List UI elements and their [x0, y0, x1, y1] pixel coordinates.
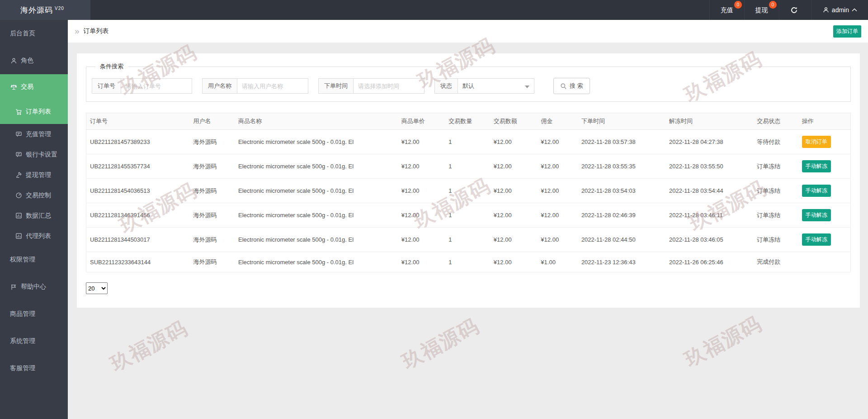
- sidebar-item-home[interactable]: 后台首页: [0, 20, 68, 47]
- cell-action: 手动解冻: [798, 228, 851, 252]
- cell-order-no: UB2211281455357734: [86, 154, 190, 179]
- sidebar-item-bank-card[interactable]: 银行卡设置: [0, 144, 68, 165]
- order-no-group: 订单号: [92, 78, 192, 94]
- order-no-label: 订单号: [92, 78, 121, 94]
- user-name-input[interactable]: [237, 78, 308, 94]
- sidebar-item-data-summary[interactable]: 数据汇总: [0, 205, 68, 226]
- cell-qty: 1: [445, 154, 490, 179]
- cell-amount: ¥12.00: [490, 179, 538, 203]
- order-no-input[interactable]: [121, 78, 192, 94]
- order-time-label: 下单时间: [318, 78, 353, 94]
- chart-icon: [15, 212, 22, 219]
- cell-unfreeze-time: 2022-11-28 03:55:50: [665, 154, 753, 179]
- cell-action: 手动解冻: [798, 179, 851, 203]
- user-menu[interactable]: admin: [811, 0, 868, 20]
- cell-status: 订单冻结: [753, 203, 798, 228]
- table-row: UB2211281344503017海外源码Electronic microme…: [86, 228, 851, 252]
- sidebar-item-order-list[interactable]: 订单列表: [0, 100, 68, 124]
- sidebar-item-label: 银行卡设置: [26, 151, 57, 159]
- sidebar-item-trade-control[interactable]: 交易控制: [0, 185, 68, 205]
- cell-commission: ¥1.00: [537, 252, 578, 272]
- add-order-button[interactable]: 添加订单: [833, 25, 861, 38]
- manual-unfreeze-button[interactable]: 手动解冻: [802, 185, 831, 197]
- watermark: 玖福源码: [680, 310, 766, 373]
- cell-amount: ¥12.00: [490, 154, 538, 179]
- chart-icon: [15, 233, 22, 240]
- cell-price: ¥12.00: [398, 130, 445, 154]
- cell-commission: ¥12.00: [537, 179, 578, 203]
- user-icon: [823, 7, 829, 13]
- cell-action: 取消订单: [798, 130, 851, 154]
- scales-icon: [10, 83, 17, 90]
- status-select[interactable]: 默认: [458, 78, 534, 94]
- content: 条件搜索 订单号 用户名称 下单时间 状态: [68, 43, 868, 308]
- sidebar-item-agent-list[interactable]: 代理列表: [0, 226, 68, 246]
- sidebar-item-label: 交易: [21, 83, 33, 91]
- sidebar-item-label: 交易控制: [26, 191, 51, 200]
- app-version: V20: [55, 6, 64, 11]
- user-name-group: 用户名称: [202, 78, 308, 94]
- order-time-input[interactable]: [353, 78, 425, 94]
- column-header: 交易状态: [753, 113, 798, 130]
- sidebar-item-product-manage[interactable]: 商品管理: [0, 300, 68, 328]
- watermark: 玖福源码: [398, 313, 484, 375]
- cell-amount: ¥12.00: [490, 203, 538, 228]
- topbar-withdraw-button[interactable]: 提现 0: [744, 0, 779, 20]
- manual-unfreeze-button[interactable]: 手动解冻: [802, 209, 831, 221]
- cell-product: Electronic micrometer scale 500g - 0.01g…: [235, 203, 398, 228]
- sidebar-item-permission[interactable]: 权限管理: [0, 246, 68, 273]
- withdraw-badge: 0: [769, 1, 777, 9]
- sidebar-item-withdraw-manage[interactable]: 提现管理: [0, 165, 68, 185]
- cancel-order-button[interactable]: 取消订单: [802, 136, 831, 148]
- sidebar-item-help-center[interactable]: 帮助中心: [0, 273, 68, 300]
- topbar-recharge-button[interactable]: 充值 0: [709, 0, 744, 20]
- manual-unfreeze-button[interactable]: 手动解冻: [802, 160, 831, 172]
- cell-product: Electronic micrometer scale 500g - 0.01g…: [235, 154, 398, 179]
- column-header: 用户名: [189, 113, 235, 130]
- orders-table-body: UB2211281457389233海外源码Electronic microme…: [86, 130, 851, 272]
- watermark: 玖福源码: [106, 315, 192, 377]
- status-group: 状态 默认: [434, 78, 534, 94]
- manual-unfreeze-button[interactable]: 手动解冻: [802, 233, 831, 246]
- sidebar-item-label: 后台首页: [10, 29, 35, 38]
- cell-action: 手动解冻: [798, 203, 851, 228]
- recharge-badge: 0: [734, 1, 742, 9]
- column-header: 交易数量: [445, 113, 490, 130]
- app-logo-text: 海外源码: [20, 5, 53, 15]
- sidebar-item-label: 权限管理: [10, 256, 35, 264]
- page-size-select[interactable]: 20: [86, 282, 108, 294]
- gavel-icon: [15, 171, 22, 179]
- cell-user: 海外源码: [189, 179, 235, 203]
- page-title: 订单列表: [84, 27, 109, 35]
- cell-action: 手动解冻: [798, 154, 851, 179]
- cell-unfreeze-time: 2022-11-28 03:54:44: [665, 179, 753, 203]
- search-button[interactable]: 搜 索: [553, 78, 590, 94]
- topbar: 海外源码 V20 充值 0 提现 0 admin: [0, 0, 868, 20]
- cell-user: 海外源码: [189, 203, 235, 228]
- column-header: 交易数额: [490, 113, 538, 130]
- cell-qty: 1: [445, 252, 490, 272]
- sidebar-item-role[interactable]: 角色: [0, 47, 68, 74]
- cell-order-no: SUB221123233643144: [86, 252, 190, 272]
- search-legend: 条件搜索: [95, 62, 128, 71]
- cell-commission: ¥12.00: [537, 130, 578, 154]
- cell-order-time: 2022-11-28 03:54:03: [578, 179, 665, 203]
- cell-order-time: 2022-11-28 02:44:50: [578, 228, 665, 252]
- sidebar-item-label: 系统管理: [10, 337, 35, 345]
- cell-status: 订单冻结: [753, 154, 798, 179]
- sidebar-item-service-manage[interactable]: 客服管理: [0, 355, 68, 382]
- column-header: 佣金: [537, 113, 578, 130]
- cell-user: 海外源码: [189, 154, 235, 179]
- refresh-button[interactable]: [779, 0, 811, 20]
- sidebar-item-recharge-manage[interactable]: 充值管理: [0, 124, 68, 144]
- column-header: 解冻时间: [665, 113, 753, 130]
- status-select-value: 默认: [462, 82, 474, 89]
- gauge-icon: [15, 192, 22, 199]
- cell-commission: ¥12.00: [537, 203, 578, 228]
- search-button-label: 搜 索: [570, 82, 583, 90]
- cell-qty: 1: [445, 130, 490, 154]
- search-fieldset: 条件搜索 订单号 用户名称 下单时间 状态: [86, 62, 851, 102]
- sidebar-item-trade[interactable]: 交易: [0, 74, 68, 100]
- sidebar-item-system-manage[interactable]: 系统管理: [0, 328, 68, 355]
- cell-order-no: UB2211281457389233: [86, 130, 190, 154]
